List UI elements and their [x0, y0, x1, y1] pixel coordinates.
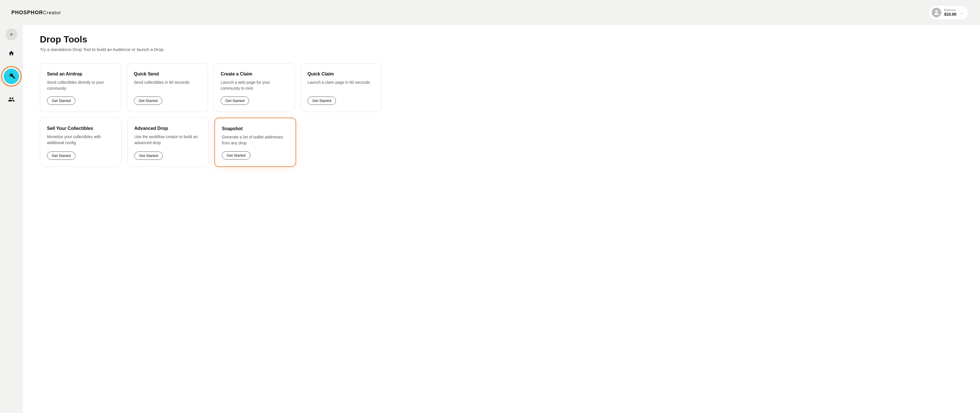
card-description: Send collectibles in 60 seconds: [134, 80, 201, 91]
page-subtitle: Try a standalone Drop Tool to build an A…: [40, 47, 963, 52]
balance-amount: $10.00: [944, 12, 956, 17]
card-get-started-button[interactable]: Get Started: [134, 97, 162, 105]
card-get-started-button[interactable]: Get Started: [47, 151, 75, 160]
card-quick-send[interactable]: Quick Send Send collectibles in 60 secon…: [127, 63, 208, 112]
card-get-started-button[interactable]: Get Started: [222, 151, 250, 159]
add-button[interactable]: +: [5, 29, 18, 40]
card-description: Launch a web page for your community to …: [221, 80, 288, 91]
card-get-started-button[interactable]: Get Started: [307, 97, 336, 105]
sidebar-item-home[interactable]: [5, 47, 18, 59]
sidebar-item-community[interactable]: [5, 93, 18, 105]
card-get-started-button[interactable]: Get Started: [47, 97, 75, 105]
card-title: Quick Send: [134, 72, 201, 77]
balance-pill[interactable]: Balance: $10.00 ⌄: [929, 5, 969, 20]
logo-text: PHOSPHORCreator: [11, 10, 61, 16]
card-description: Launch a claim page in 60 seconds: [307, 80, 374, 91]
header-right: Balance: $10.00 ⌄: [929, 5, 969, 20]
card-advanced-drop[interactable]: Advanced Drop Use the workflow creator t…: [127, 118, 209, 167]
balance-label: Balance:: [944, 8, 956, 12]
card-create-a-claim[interactable]: Create a Claim Launch a web page for you…: [213, 63, 295, 112]
card-description: Generate a list of wallet addresses from…: [222, 134, 289, 146]
card-title: Quick Claim: [307, 72, 374, 77]
chevron-down-icon: ⌄: [960, 10, 964, 15]
card-title: Advanced Drop: [134, 126, 202, 131]
tools-icon-inner: [4, 69, 19, 84]
avatar: [932, 8, 941, 18]
sidebar-item-tools[interactable]: [1, 66, 22, 86]
main-layout: + Drop Tools Try a standalone Drop Tool …: [0, 20, 980, 413]
logo: PHOSPHORCreator: [11, 10, 61, 16]
card-description: Monetize your collectibles with addition…: [47, 134, 115, 147]
card-get-started-button[interactable]: Get Started: [134, 151, 163, 160]
card-description: Use the workflow creator to build an adv…: [134, 134, 202, 147]
card-get-started-button[interactable]: Get Started: [221, 97, 249, 105]
balance-info: Balance: $10.00: [944, 8, 956, 17]
cards-row-1: Send an Airdrop Send collectibles direct…: [40, 63, 382, 112]
cards-row-2: Sell Your Collectibles Monetize your col…: [40, 118, 296, 167]
plus-icon: +: [10, 31, 13, 38]
card-title: Send an Airdrop: [47, 72, 114, 77]
card-quick-claim[interactable]: Quick Claim Launch a claim page in 60 se…: [301, 63, 382, 112]
card-description: Send collectibles directly to your commu…: [47, 80, 114, 91]
card-title: Sell Your Collectibles: [47, 126, 115, 131]
card-send-an-airdrop[interactable]: Send an Airdrop Send collectibles direct…: [40, 63, 121, 112]
card-sell-your-collectibles[interactable]: Sell Your Collectibles Monetize your col…: [40, 118, 122, 167]
main-content: Drop Tools Try a standalone Drop Tool to…: [23, 20, 980, 413]
header: PHOSPHORCreator Balance: $10.00 ⌄: [0, 0, 980, 25]
sidebar: +: [0, 20, 23, 413]
card-title: Snapshot: [222, 126, 289, 131]
card-title: Create a Claim: [221, 72, 288, 77]
page-title: Drop Tools: [40, 34, 963, 45]
card-snapshot[interactable]: Snapshot Generate a list of wallet addre…: [215, 118, 296, 167]
